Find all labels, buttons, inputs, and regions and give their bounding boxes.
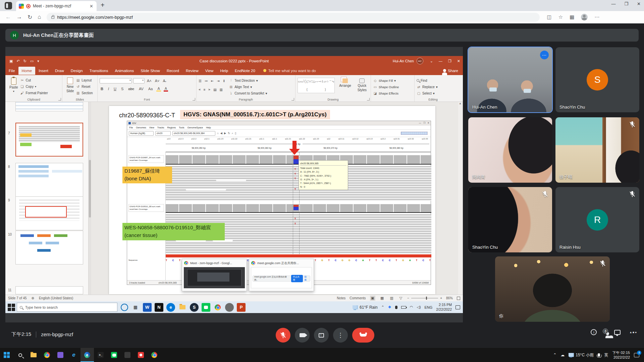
spellcheck-icon[interactable]: ⊕ <box>32 296 34 300</box>
tile-options-button[interactable]: ⋯ <box>540 51 549 59</box>
igv-menu-item[interactable]: Tracks <box>157 126 164 129</box>
more-options-button[interactable]: ⋮ <box>333 328 348 343</box>
tile-jian-chun-qing[interactable]: 簡純青 <box>468 117 552 183</box>
onedrive-icon[interactable]: ☁ <box>560 353 565 357</box>
outer-clock[interactable]: 下午 02:152022/2/22 <box>612 350 630 360</box>
select-button[interactable]: ▢Select ▾ <box>417 90 449 96</box>
outer-mic-icon[interactable] <box>598 353 600 357</box>
forward-icon[interactable]: → <box>16 14 22 20</box>
stop-sharing-button[interactable]: 停止共用 <box>291 275 303 282</box>
leave-call-button[interactable] <box>352 328 374 343</box>
outer-terminal-icon[interactable]: >_ <box>94 348 107 362</box>
notion-icon[interactable]: N <box>155 303 163 312</box>
igv-home-icon[interactable]: ⌂ <box>217 132 219 135</box>
thumbnail-slide-7[interactable] <box>15 123 83 157</box>
tell-me-box[interactable]: Tell me what you want to do <box>263 69 316 73</box>
font-dialog-launcher[interactable] <box>193 98 195 101</box>
tile-shaoyin-chu-video[interactable]: ShaoYin Chu <box>468 187 552 252</box>
chrome-taskbar-icon[interactable] <box>213 303 222 312</box>
igv-menu-item[interactable]: Genomes <box>136 126 146 129</box>
refresh-icon[interactable]: ↻ <box>28 14 32 21</box>
ppt-close-button[interactable]: ✕ <box>457 59 460 63</box>
fit-slide-icon[interactable] <box>457 297 460 300</box>
bold-button[interactable]: B <box>100 87 104 91</box>
dropbox-icon[interactable]: ❖ <box>388 305 391 309</box>
line-icon[interactable] <box>202 303 210 312</box>
taskbar-search[interactable]: Type here to search <box>17 303 117 312</box>
font-size-combobox[interactable] <box>133 78 145 83</box>
camera-toggle-button[interactable] <box>295 328 310 343</box>
arrange-button[interactable]: Arrange <box>337 78 353 88</box>
reset-button[interactable]: ↺Reset <box>76 84 93 89</box>
igv-zoom-icon[interactable]: ⌕ <box>232 132 233 135</box>
chat-icon[interactable] <box>614 330 621 335</box>
decrease-indent-icon[interactable]: ⇤ <box>211 79 214 83</box>
increase-indent-icon[interactable]: ⇥ <box>217 79 219 83</box>
line-spacing-icon[interactable]: ⇕ <box>223 79 225 83</box>
format-painter-button[interactable]: 🖌Format Painter <box>20 90 48 96</box>
char-spacing-button[interactable]: AV <box>138 87 145 91</box>
clock[interactable]: 2:15 PM2/22/2022 <box>436 303 452 311</box>
outer-edge-icon[interactable]: e <box>80 348 94 362</box>
bullets-icon[interactable]: ☰ <box>199 79 202 83</box>
steam-icon[interactable]: S <box>190 303 199 312</box>
outer-app-purple-icon[interactable] <box>54 348 67 362</box>
tab-actions-icon[interactable] <box>5 2 12 9</box>
meeting-details-icon[interactable]: i <box>591 329 597 335</box>
justify-icon[interactable]: ▤ <box>213 88 216 92</box>
thumbnail-scrollbar[interactable] <box>89 102 91 295</box>
tab-record[interactable]: Record <box>163 67 182 75</box>
edge-legacy-icon[interactable]: e <box>166 303 175 312</box>
tab-home[interactable]: Home <box>18 67 36 75</box>
word-icon[interactable]: W <box>143 303 152 312</box>
igv-menu-item[interactable]: View <box>149 126 154 129</box>
thumbnail-slide-6[interactable] <box>15 102 83 111</box>
wifi-icon[interactable]: ◠ <box>410 305 413 309</box>
thumbnail-slide-8[interactable] <box>15 163 83 197</box>
notification-icon[interactable]: 4 <box>634 353 639 357</box>
comments-button[interactable]: Comments <box>350 296 366 300</box>
activities-icon[interactable]: ▲■● <box>629 331 637 334</box>
clear-format-icon[interactable]: A̶ <box>162 79 166 83</box>
change-case-button[interactable]: Aa <box>147 87 154 91</box>
outer-start-button[interactable] <box>0 348 13 362</box>
align-text-button[interactable]: ⊞Align Text ▾ <box>229 84 267 89</box>
igv-menu-item[interactable]: Tools <box>179 126 184 129</box>
ribbon-options-icon[interactable]: ⌄ <box>430 59 433 63</box>
preview-card-meet[interactable]: Meet - zem-bpgp-mzf - Googl... <box>182 259 247 291</box>
igv-menubar[interactable]: FileGenomesViewTracksRegionsToolsGenomeS… <box>127 125 431 130</box>
shadow-button[interactable]: S <box>120 87 124 91</box>
powerpoint-icon[interactable]: P <box>237 303 246 312</box>
hidden-icons-chevron[interactable]: ⌃ <box>381 305 384 309</box>
font-name-combobox[interactable] <box>100 78 132 83</box>
outer-chrome-icon[interactable] <box>40 348 54 362</box>
mic-tray-icon[interactable] <box>395 306 397 309</box>
cortana-icon[interactable] <box>121 304 128 311</box>
shape-gallery[interactable]: ▭▭╲╲□○ □△⌐⌐⇨⇩ ▱☆⌒∿{} <box>298 78 335 93</box>
font-color-button[interactable]: A <box>164 86 168 92</box>
genome-select[interactable]: Human (hg38) <box>129 131 154 136</box>
input-language[interactable]: ENG <box>424 305 432 309</box>
close-button[interactable]: ✕ <box>637 1 641 6</box>
outer-line-icon[interactable] <box>107 348 121 362</box>
highlight-color-button[interactable]: A <box>156 86 161 92</box>
split-screen-icon[interactable]: ◫ <box>547 14 552 20</box>
tab-draw[interactable]: Draw <box>52 67 67 75</box>
url-text[interactable]: https://meet.google.com/zem-bpgp-mzf <box>57 15 133 20</box>
task-view-icon[interactable]: ▦ <box>131 303 140 312</box>
file-explorer-icon[interactable] <box>178 303 187 312</box>
mic-toggle-button[interactable] <box>276 328 290 343</box>
align-right-icon[interactable]: ⫸ <box>208 87 210 92</box>
igv-menu-item[interactable]: File <box>129 126 133 129</box>
shrink-font-icon[interactable]: A˅ <box>154 79 161 83</box>
ime-indicator[interactable]: 英 <box>604 352 608 358</box>
notes-button[interactable]: Notes <box>337 296 345 300</box>
tab-animations[interactable]: Animations <box>111 67 137 75</box>
tab-endnote[interactable]: EndNote 20 <box>231 67 259 75</box>
clipboard-dialog-launcher[interactable] <box>58 98 61 101</box>
align-center-icon[interactable]: ≡ <box>204 88 206 92</box>
smartart-button[interactable]: ⤵Convert to SmartArt ▾ <box>229 90 267 96</box>
track1-label[interactable]: GNAS-PCR-D19687_S4.sort.markrecal.bam Co… <box>128 155 164 163</box>
strikethrough-button[interactable]: abc <box>127 87 135 91</box>
more-options-icon[interactable]: ⋯ <box>594 14 599 20</box>
